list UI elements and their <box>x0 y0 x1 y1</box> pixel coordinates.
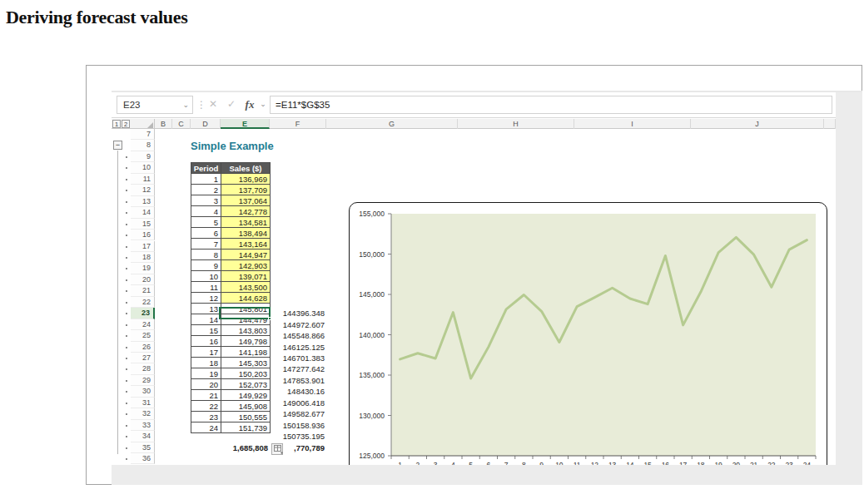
sales-line-chart[interactable]: 125,000130,000135,000140,000145,000150,0… <box>349 202 827 465</box>
row-header-7[interactable]: 7 <box>131 129 155 140</box>
period-cell[interactable]: 19 <box>191 368 221 379</box>
period-cell[interactable]: 11 <box>191 282 221 293</box>
column-header-E[interactable]: E <box>221 119 270 129</box>
period-cell[interactable]: 14 <box>191 314 221 325</box>
period-cell[interactable]: 15 <box>191 325 221 336</box>
sales-cell[interactable]: 141,198 <box>221 347 271 358</box>
row-header-19[interactable]: 19 <box>131 263 155 274</box>
sales-cell[interactable]: 149,798 <box>221 336 271 347</box>
column-header-B[interactable]: B <box>155 119 172 129</box>
sales-cell[interactable]: 150,555 <box>221 412 271 422</box>
column-header-D[interactable]: D <box>191 119 221 129</box>
period-cell[interactable]: 10 <box>191 271 221 282</box>
row-header-29[interactable]: 29 <box>131 375 155 386</box>
selected-cell-outline[interactable] <box>219 307 271 319</box>
forecast-value-cell[interactable]: 148430.16 <box>270 387 325 396</box>
row-header-33[interactable]: 33 <box>131 420 155 431</box>
sales-cell[interactable]: 143,164 <box>221 239 271 250</box>
column-header-H[interactable]: H <box>458 119 574 129</box>
period-cell[interactable]: 6 <box>191 228 221 239</box>
column-header-I[interactable]: I <box>574 119 691 129</box>
row-header-34[interactable]: 34 <box>131 431 155 442</box>
column-header-G[interactable]: G <box>326 119 458 129</box>
period-cell[interactable]: 4 <box>191 206 221 217</box>
row-header-25[interactable]: 25 <box>131 330 155 341</box>
row-header-20[interactable]: 20 <box>131 274 155 285</box>
period-cell[interactable]: 3 <box>191 195 221 206</box>
period-cell[interactable]: 9 <box>191 260 221 271</box>
period-cell[interactable]: 8 <box>191 250 221 260</box>
forecast-value-cell[interactable]: 150735.195 <box>270 432 325 441</box>
forecast-value-cell[interactable]: 144396.348 <box>270 309 325 318</box>
insert-function-icon[interactable]: fx <box>241 96 258 114</box>
row-header-13[interactable]: 13 <box>131 196 155 207</box>
sales-cell[interactable]: 145,908 <box>221 401 271 412</box>
sales-cell[interactable]: 149,929 <box>221 390 271 401</box>
forecast-value-cell[interactable]: 145548.866 <box>270 331 325 340</box>
forecast-value-cell[interactable]: 149582.677 <box>270 409 325 418</box>
period-cell[interactable]: 23 <box>191 412 221 422</box>
sales-cell[interactable]: 145,303 <box>221 358 271 368</box>
row-header-12[interactable]: 12 <box>131 185 155 195</box>
row-header-10[interactable]: 10 <box>131 162 155 173</box>
outline-level-1-button[interactable]: 1 <box>112 120 121 128</box>
forecast-value-cell[interactable]: 150158.936 <box>270 421 325 430</box>
period-cell[interactable]: 1 <box>191 174 221 185</box>
period-cell[interactable]: 22 <box>191 401 221 412</box>
period-cell[interactable]: 12 <box>191 293 221 304</box>
enter-icon[interactable]: ✓ <box>223 96 240 114</box>
sales-cell[interactable]: 143,500 <box>221 282 271 293</box>
period-cell[interactable]: 21 <box>191 390 221 401</box>
row-header-30[interactable]: 30 <box>131 386 155 397</box>
sales-cell[interactable]: 142,778 <box>221 206 271 217</box>
forecast-value-cell[interactable]: 146701.383 <box>270 353 325 363</box>
fx-chevron-down-icon[interactable]: ⌄ <box>258 96 268 114</box>
row-header-21[interactable]: 21 <box>131 285 155 296</box>
forecast-value-cell[interactable]: 149006.418 <box>270 398 325 408</box>
formula-input[interactable]: =E11*$G$35 <box>270 96 832 114</box>
column-header-F[interactable]: F <box>270 119 326 129</box>
period-cell[interactable]: 13 <box>191 304 221 314</box>
row-header-15[interactable]: 15 <box>131 219 155 230</box>
period-cell[interactable]: 20 <box>191 379 221 390</box>
row-header-24[interactable]: 24 <box>131 319 155 330</box>
outline-collapse-button[interactable]: − <box>113 141 122 150</box>
sales-total-cell[interactable]: 1,685,808 <box>191 443 268 452</box>
row-header-26[interactable]: 26 <box>131 342 155 353</box>
sales-cell[interactable]: 139,071 <box>221 271 271 282</box>
sales-cell[interactable]: 143,803 <box>221 325 271 336</box>
column-header-partial[interactable] <box>824 119 836 129</box>
sales-cell[interactable]: 137,709 <box>221 185 271 195</box>
table-header-sales[interactable]: Sales ($) <box>221 163 271 174</box>
row-header-31[interactable]: 31 <box>131 398 155 408</box>
row-header-17[interactable]: 17 <box>131 241 155 252</box>
select-all-corner[interactable] <box>131 119 155 129</box>
row-header-9[interactable]: 9 <box>131 151 155 162</box>
sales-cell[interactable]: 150,203 <box>221 368 271 379</box>
column-header-J[interactable]: J <box>691 119 824 129</box>
row-header-14[interactable]: 14 <box>131 207 155 218</box>
sales-cell[interactable]: 138,494 <box>221 228 271 239</box>
period-cell[interactable]: 24 <box>191 422 221 433</box>
row-header-16[interactable]: 16 <box>131 230 155 240</box>
row-header-27[interactable]: 27 <box>131 353 155 363</box>
row-header-23[interactable]: 23 <box>131 308 155 319</box>
table-header-period[interactable]: Period <box>191 163 221 174</box>
period-cell[interactable]: 7 <box>191 239 221 250</box>
row-header-32[interactable]: 32 <box>131 408 155 419</box>
sales-cell[interactable]: 152,073 <box>221 379 271 390</box>
period-cell[interactable]: 17 <box>191 347 221 358</box>
sales-cell[interactable]: 136,969 <box>221 174 271 185</box>
row-header-18[interactable]: 18 <box>131 252 155 263</box>
sales-cell[interactable]: 134,581 <box>221 217 271 228</box>
forecast-value-cell[interactable]: 147853.901 <box>270 376 325 385</box>
forecast-total-cell[interactable]: ,770,789 <box>278 443 325 452</box>
period-cell[interactable]: 16 <box>191 336 221 347</box>
row-header-22[interactable]: 22 <box>131 297 155 308</box>
forecast-value-cell[interactable]: 146125.125 <box>270 343 325 352</box>
sales-cell[interactable]: 151,739 <box>221 422 271 433</box>
row-header-8[interactable]: 8 <box>131 140 155 151</box>
sales-cell[interactable]: 144,628 <box>221 293 271 304</box>
row-header-36[interactable]: 36 <box>131 453 155 464</box>
cancel-icon[interactable]: ✕ <box>205 96 221 114</box>
